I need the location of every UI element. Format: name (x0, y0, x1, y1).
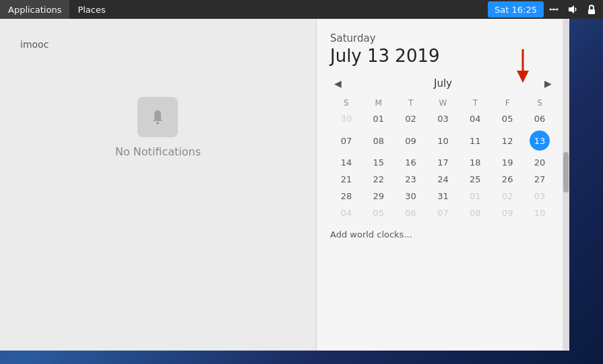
calendar-day[interactable]: 17 (427, 154, 459, 171)
calendar-day[interactable]: 02 (395, 110, 427, 127)
calendar-day[interactable]: 10 (427, 127, 459, 154)
calendar-day[interactable]: 08 (362, 127, 395, 154)
calendar-week-row: 30010203040506 (330, 110, 556, 127)
weekday-wed: W (427, 96, 459, 110)
calendar-week-row: 07080910111213 (330, 127, 556, 154)
calendar-day[interactable]: 15 (362, 154, 395, 171)
calendar-month-label: July (434, 77, 452, 89)
calendar-day[interactable]: 04 (330, 205, 362, 221)
next-month-button[interactable]: ▶ (540, 77, 556, 90)
calendar-day[interactable]: 19 (491, 154, 523, 171)
calendar-day[interactable]: 20 (523, 154, 556, 171)
calendar-week-row: 28293031010203 (330, 188, 556, 205)
calendar-day[interactable]: 25 (459, 171, 491, 188)
weekday-fri: F (491, 96, 523, 110)
weekday-thu: T (459, 96, 491, 110)
calendar-day[interactable]: 26 (491, 171, 523, 188)
calendar-day[interactable]: 30 (330, 110, 362, 127)
bell-icon (146, 105, 170, 129)
calendar-day[interactable]: 07 (330, 127, 362, 154)
calendar-day[interactable]: 31 (427, 188, 459, 205)
calendar-header-row: S M T W T F S (330, 96, 556, 110)
network-icon[interactable] (545, 1, 563, 18)
applications-menu[interactable]: Applications (0, 0, 69, 19)
calendar-panel: Saturday July 13 2019 ◀ July ▶ S M T W (317, 19, 569, 351)
weekday-mon: M (362, 96, 395, 110)
calendar-day[interactable]: 09 (491, 205, 523, 221)
svg-marker-5 (569, 5, 574, 13)
calendar-day[interactable]: 03 (523, 188, 556, 205)
calendar-day[interactable]: 16 (395, 154, 427, 171)
weekday-sun: S (330, 96, 362, 110)
prev-month-button[interactable]: ◀ (330, 77, 346, 90)
calendar-day[interactable]: 06 (395, 205, 427, 221)
calendar-day[interactable]: 01 (362, 110, 395, 127)
svg-point-2 (557, 9, 559, 11)
scrollbar-thumb[interactable] (563, 152, 569, 192)
arrow-indicator (513, 49, 532, 86)
calendar-day[interactable]: 27 (523, 171, 556, 188)
calendar-day[interactable]: 18 (459, 154, 491, 171)
desktop: Applications Places Sat 16:25 (0, 0, 603, 364)
svg-point-1 (553, 9, 555, 11)
lock-icon[interactable] (583, 1, 600, 18)
calendar-day[interactable]: 03 (427, 110, 459, 127)
svg-point-0 (550, 9, 552, 11)
volume-icon[interactable] (564, 1, 581, 18)
calendar-week-row: 14151617181920 (330, 154, 556, 171)
calendar-day[interactable]: 11 (459, 127, 491, 154)
scrollbar[interactable] (563, 19, 569, 351)
calendar-day[interactable]: 21 (330, 171, 362, 188)
calendar-day[interactable]: 04 (459, 110, 491, 127)
add-world-clocks-button[interactable]: Add world clocks... (330, 227, 556, 242)
svg-point-8 (156, 122, 159, 124)
svg-marker-10 (517, 71, 529, 83)
calendar-grid: ◀ July ▶ S M T W T F S (330, 77, 556, 344)
panel-right: Sat 16:25 (488, 1, 603, 18)
calendar-day[interactable]: 02 (491, 188, 523, 205)
weekday-sat: S (523, 96, 556, 110)
calendar-week-row: 21222324252627 (330, 171, 556, 188)
calendar-day-name: Saturday (330, 32, 556, 44)
calendar-day[interactable]: 05 (362, 205, 395, 221)
calendar-day[interactable]: 06 (523, 110, 556, 127)
calendar-day[interactable]: 09 (395, 127, 427, 154)
datetime-button[interactable]: Sat 16:25 (488, 1, 544, 17)
calendar-day[interactable]: 23 (395, 171, 427, 188)
places-menu[interactable]: Places (69, 0, 113, 19)
calendar-day[interactable]: 13 (523, 127, 556, 154)
calendar-day[interactable]: 30 (395, 188, 427, 205)
no-notifications-text: No Notifications (115, 145, 201, 158)
calendar-day[interactable]: 10 (523, 205, 556, 221)
panel-left: Applications Places (0, 0, 114, 19)
calendar-day[interactable]: 08 (459, 205, 491, 221)
calendar-day[interactable]: 24 (427, 171, 459, 188)
main-window: imooc No Notifications (0, 19, 569, 351)
calendar-day[interactable]: 28 (330, 188, 362, 205)
calendar-week-row: 04050607080910 (330, 205, 556, 221)
calendar-table: S M T W T F S 30010203040506070809101112… (330, 96, 556, 221)
no-notifications-area: No Notifications (115, 97, 201, 158)
username-label: imooc (20, 39, 49, 50)
calendar-day[interactable]: 29 (362, 188, 395, 205)
calendar-day[interactable]: 05 (491, 110, 523, 127)
calendar-day[interactable]: 12 (491, 127, 523, 154)
calendar-day[interactable]: 14 (330, 154, 362, 171)
weekday-tue: T (395, 96, 427, 110)
calendar-day[interactable]: 22 (362, 171, 395, 188)
calendar-day[interactable]: 07 (427, 205, 459, 221)
notifications-panel: imooc No Notifications (0, 19, 317, 351)
calendar-day[interactable]: 01 (459, 188, 491, 205)
svg-rect-6 (588, 9, 595, 14)
notification-icon-container (137, 97, 178, 137)
top-panel: Applications Places Sat 16:25 (0, 0, 603, 19)
